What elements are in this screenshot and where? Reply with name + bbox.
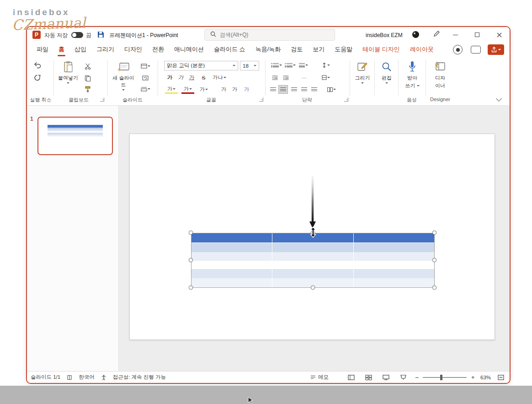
slide-sorter-view-button[interactable]: [365, 372, 372, 383]
tab-layout[interactable]: 레이아웃: [405, 43, 439, 56]
zoom-in-button[interactable]: +: [471, 372, 475, 383]
zoom-out-button[interactable]: −: [415, 372, 419, 383]
cut-button[interactable]: [83, 62, 92, 70]
table-cell[interactable]: [272, 252, 353, 261]
tab-file[interactable]: 파일: [32, 43, 53, 56]
drawing-button[interactable]: 그리기: [351, 60, 373, 84]
minimize-button[interactable]: [447, 27, 463, 43]
table-cell[interactable]: [354, 269, 435, 278]
table-cell[interactable]: [191, 243, 272, 252]
table-cell[interactable]: [191, 269, 272, 278]
close-button[interactable]: [491, 27, 507, 43]
selection-handle[interactable]: [432, 258, 436, 262]
paste-button[interactable]: 붙여넣기: [57, 60, 79, 84]
decrease-indent-button[interactable]: [270, 73, 280, 82]
slide-layout-button[interactable]: [138, 62, 152, 70]
tab-record[interactable]: 녹음/녹화: [250, 43, 286, 56]
search-input[interactable]: [220, 32, 320, 38]
slideshow-view-button[interactable]: [400, 372, 407, 383]
character-spacing-button[interactable]: 가나: [212, 73, 227, 82]
tab-insert[interactable]: 삽입: [69, 43, 91, 56]
zoom-slider-thumb[interactable]: [440, 375, 442, 380]
tab-design[interactable]: 디자인: [119, 43, 147, 56]
align-right-button[interactable]: [289, 85, 299, 94]
tab-transitions[interactable]: 전환: [147, 43, 169, 56]
zoom-level[interactable]: 63%: [480, 372, 491, 383]
paragraph-dialog-launcher[interactable]: ↘: [344, 97, 348, 102]
tab-home[interactable]: 홈: [53, 43, 69, 56]
table-cell[interactable]: [191, 278, 272, 287]
columns-button[interactable]: [325, 85, 338, 94]
comments-button[interactable]: [471, 46, 481, 54]
table-cell[interactable]: [354, 261, 435, 269]
redo-button[interactable]: [32, 74, 42, 82]
justify-button[interactable]: [299, 85, 309, 94]
table-cell[interactable]: [191, 261, 272, 269]
underline-button[interactable]: 가: [187, 73, 197, 82]
table-cell[interactable]: [272, 243, 353, 252]
share-button[interactable]: [488, 44, 504, 55]
bold-button[interactable]: 가: [165, 73, 175, 82]
fit-to-window-button[interactable]: [498, 372, 504, 383]
selection-handle[interactable]: [189, 231, 193, 235]
format-painter-button[interactable]: [83, 85, 92, 93]
language-indicator[interactable]: 한국어: [79, 374, 95, 381]
subscript-button[interactable]: 가: [230, 85, 239, 94]
normal-view-button[interactable]: [348, 372, 355, 383]
numbering-button[interactable]: [284, 61, 297, 70]
slide-table[interactable]: [191, 233, 435, 288]
table-header-cell[interactable]: [191, 233, 272, 243]
accessibility-status[interactable]: 접근성: 계속 진행 가능: [113, 374, 166, 381]
selection-handle[interactable]: [189, 258, 193, 262]
search-box[interactable]: [204, 29, 335, 41]
collapse-ribbon-icon[interactable]: [496, 96, 502, 102]
table-cell[interactable]: [272, 261, 353, 269]
reset-slide-button[interactable]: [138, 74, 152, 82]
pen-mode-icon[interactable]: [433, 30, 441, 39]
text-direction-button[interactable]: [319, 61, 332, 70]
account-sphere-icon[interactable]: [412, 31, 419, 38]
tab-draw[interactable]: 그리기: [91, 43, 119, 56]
table-cell[interactable]: [354, 243, 435, 252]
text-highlight-button[interactable]: 가: [165, 85, 178, 94]
dictate-button[interactable]: 받아 쓰기: [401, 60, 424, 89]
increase-indent-button[interactable]: [281, 73, 291, 82]
record-button[interactable]: [453, 45, 463, 54]
autosave-toggle[interactable]: [71, 32, 83, 38]
selection-handle[interactable]: [432, 285, 436, 290]
designer-button[interactable]: 디자 이너: [428, 60, 452, 89]
table-cell[interactable]: [354, 278, 435, 287]
tab-help[interactable]: 도움말: [330, 43, 357, 56]
zoom-slider[interactable]: [423, 377, 467, 378]
notes-button[interactable]: 메모: [310, 372, 329, 383]
distribute-button[interactable]: [309, 85, 319, 94]
selection-handle[interactable]: [189, 285, 193, 290]
italic-button[interactable]: 가: [176, 73, 186, 82]
table-cell[interactable]: [272, 269, 353, 278]
font-size-select[interactable]: 18: [240, 61, 259, 70]
save-icon[interactable]: [97, 31, 105, 40]
tab-animations[interactable]: 애니메이션: [169, 43, 209, 56]
slide[interactable]: [129, 134, 495, 340]
table-cell[interactable]: [354, 252, 435, 261]
text-effects-button[interactable]: 가: [242, 85, 251, 94]
slide-thumbnail[interactable]: [37, 117, 113, 155]
table-cell[interactable]: [191, 252, 272, 261]
section-button[interactable]: [138, 85, 152, 93]
paragraph-more-button[interactable]: ⋯: [299, 73, 309, 82]
font-color-button[interactable]: 가: [181, 85, 194, 94]
copy-button[interactable]: [83, 74, 92, 82]
multilevel-list-button[interactable]: [298, 61, 309, 70]
clipboard-dialog-launcher[interactable]: ↘: [100, 97, 104, 102]
tab-slideshow[interactable]: 슬라이드 쇼: [209, 43, 250, 56]
strikethrough-button[interactable]: S: [199, 73, 208, 82]
undo-button[interactable]: [32, 61, 42, 70]
maximize-button[interactable]: [469, 27, 485, 43]
align-center-button[interactable]: [278, 85, 288, 94]
tab-table-design[interactable]: 테이블 디자인: [357, 43, 405, 56]
font-name-select[interactable]: 맑은 고딕 (본문): [164, 61, 238, 70]
align-objects-button[interactable]: [319, 73, 332, 82]
powerpoint-app-icon[interactable]: P: [32, 31, 41, 39]
selection-handle[interactable]: [311, 285, 315, 290]
spellcheck-book-icon[interactable]: [67, 375, 72, 380]
